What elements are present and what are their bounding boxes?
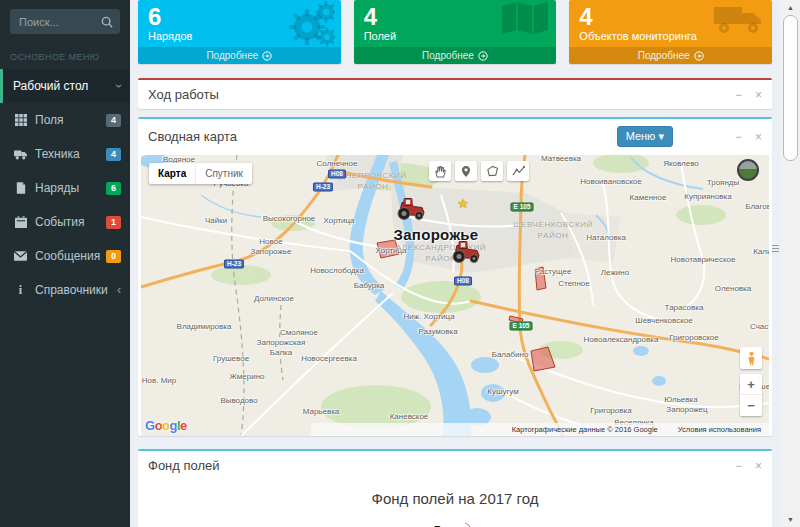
map-town-label: Счастливое	[750, 322, 769, 332]
statbox-orders: 6 Нарядов Подробнее	[138, 0, 341, 64]
sidebar-item-events[interactable]: События 1	[0, 205, 130, 239]
map-town-label: Благовещенка	[745, 202, 769, 212]
close-icon[interactable]: ×	[755, 131, 762, 143]
panel-title: Фонд полей	[148, 458, 220, 473]
fields-count-badge: 4	[106, 114, 121, 127]
panel-progress: Ход работы − ×	[138, 78, 772, 109]
statbox-label: Полей	[364, 30, 547, 42]
close-icon[interactable]: ×	[755, 460, 762, 472]
map-town-label: Солнечное	[317, 159, 358, 169]
tractor-marker[interactable]	[396, 198, 426, 225]
panel-field-fund: Фонд полей − × Фонд полей на 2017 год Пу…	[138, 449, 772, 527]
marker-tool[interactable]	[455, 161, 477, 181]
scrollbar-thumb[interactable]	[783, 15, 798, 161]
google-map[interactable]: ВодяноеСолнечноеРучаевкаЧайкиВысокогорно…	[141, 155, 769, 436]
statbox-value: 4	[579, 4, 762, 29]
map-town-label: Григоровское	[669, 333, 719, 343]
map-attribution: Картографические данные © 2016 Google Ус…	[311, 423, 769, 436]
statbox-more-link[interactable]: Подробнее	[569, 47, 772, 64]
map-town-label: Каменное	[630, 193, 667, 203]
zoom-in-button[interactable]: +	[740, 374, 762, 395]
map-town-label: Юльевка	[664, 395, 697, 405]
sidebar-item-label: Наряды	[35, 181, 79, 195]
map-town-label: Новоалександровка	[584, 335, 659, 345]
pegman-control[interactable]	[740, 347, 762, 369]
sidebar-item-messages[interactable]: Сообщения 0	[0, 239, 130, 273]
stat-row: 6 Нарядов Подробнее 4 Полей Подробнее 4 …	[138, 0, 772, 64]
pie-callout-line	[462, 522, 476, 527]
close-icon[interactable]: ×	[755, 89, 762, 101]
collapse-icon[interactable]: −	[735, 460, 742, 472]
tractor-marker[interactable]	[451, 241, 481, 268]
main-content: 6 Нарядов Подробнее 4 Полей Подробнее 4 …	[130, 0, 781, 527]
map-town-label: Тарасовка	[665, 303, 704, 313]
pan-hand-tool[interactable]	[429, 161, 451, 181]
sidebar-item-fields[interactable]: Поля 4	[0, 103, 130, 137]
map-town-label: Чайки	[205, 216, 227, 226]
statbox-more-link[interactable]: Подробнее	[354, 47, 557, 64]
map-town-label: Новоивановское	[580, 177, 641, 187]
panel-resize-grip[interactable]	[772, 243, 779, 254]
map-controls: + −	[740, 347, 762, 416]
map-town-label: Ниж. Хортица	[403, 312, 454, 322]
map-type-map[interactable]: Карта	[149, 163, 195, 184]
map-town-label: Бабурка	[354, 281, 385, 291]
road-badge: Н08	[328, 170, 346, 179]
search-input[interactable]	[10, 9, 94, 34]
sidebar-item-label: Справочники	[35, 283, 108, 297]
polygon-tool[interactable]	[481, 161, 503, 181]
collapse-icon[interactable]: −	[735, 89, 742, 101]
scroll-down-arrow[interactable]: ▼	[781, 512, 800, 527]
road-badge: Е 105	[511, 203, 534, 212]
zoom-out-button[interactable]: −	[740, 395, 762, 416]
sidebar-item-dashboard[interactable]: Рабочий стол ›	[0, 69, 130, 103]
map-town-label: Высокогорное	[263, 214, 316, 224]
chevron-down-icon: ›	[113, 84, 125, 88]
map-town-label: Матвеевка	[541, 155, 581, 164]
map-labels-layer: ВодяноеСолнечноеРучаевкаЧайкиВысокогорно…	[141, 155, 769, 436]
map-town-label: Каневское	[390, 412, 429, 422]
statbox-value: 4	[364, 4, 547, 29]
star-marker[interactable]: ★	[457, 196, 469, 211]
terms-link[interactable]: Условия использования	[678, 425, 761, 434]
road-badge: Н-23	[313, 183, 333, 192]
map-menu-button[interactable]: Меню ▾	[617, 126, 673, 147]
photo-circle-marker[interactable]	[737, 159, 759, 181]
sidebar-item-label: Техника	[35, 147, 80, 161]
scroll-up-arrow[interactable]: ▲	[781, 0, 800, 15]
map-town-label: Куприяновка	[684, 192, 731, 202]
truck-icon	[13, 149, 28, 160]
map-town-label: Яковлево	[663, 159, 699, 169]
arrow-circle-icon	[262, 51, 272, 61]
map-type-satellite[interactable]: Спутник	[195, 163, 252, 184]
map-town-label: Растущее	[535, 267, 572, 277]
info-icon: i	[13, 283, 28, 298]
map-town-label: Оленовка	[715, 284, 752, 294]
map-town-label: Степное	[558, 279, 589, 289]
map-town-label: Троянды	[707, 178, 740, 188]
map-region-label: ДНЕПРОВСКИЙ РАЙОН	[339, 171, 406, 193]
google-logo[interactable]: Google	[145, 418, 187, 433]
road-badge: Н08	[454, 277, 472, 286]
sidebar-item-label: События	[35, 215, 85, 229]
vehicles-count-badge: 4	[106, 148, 121, 161]
sidebar-item-orders[interactable]: Наряды 6	[0, 171, 130, 205]
page-scrollbar[interactable]: ▲ ▼	[781, 0, 800, 527]
statbox-monitoring-objects: 4 Объектов мониторинга Подробнее	[569, 0, 772, 64]
sidebar-item-vehicles[interactable]: Техника 4	[0, 137, 130, 171]
orders-count-badge: 6	[106, 182, 121, 195]
sidebar-item-directories[interactable]: i Справочники ‹	[0, 273, 130, 307]
file-icon	[13, 182, 28, 194]
statbox-more-link[interactable]: Подробнее	[138, 47, 341, 64]
statbox-fields: 4 Полей Подробнее	[354, 0, 557, 64]
map-town-label: Марьевка	[303, 407, 340, 417]
map-town-label: Запорожская Балка	[257, 338, 306, 358]
search-button[interactable]	[94, 9, 120, 34]
map-town-label: Грушевое	[213, 354, 249, 364]
polyline-tool[interactable]	[507, 161, 529, 181]
sidebar-item-label: Сообщения	[35, 249, 100, 263]
sidebar-item-label: Поля	[35, 113, 64, 127]
map-copyright: Картографические данные © 2016 Google	[512, 425, 658, 434]
road-badge: Н-23	[224, 260, 244, 269]
collapse-icon[interactable]: −	[735, 131, 742, 143]
